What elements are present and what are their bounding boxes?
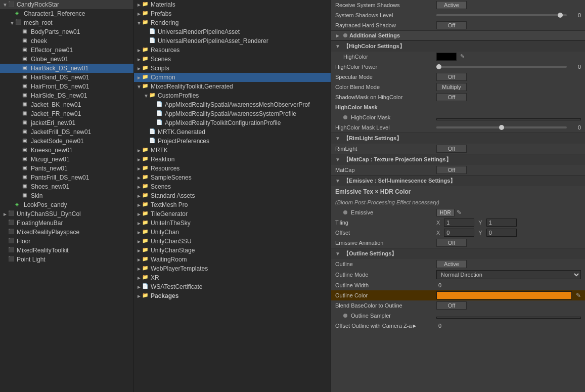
hierarchy-item-floatingmenubar[interactable]: ⬛FloatingMenuBar [0, 219, 133, 228]
outline-color-eyedropper[interactable]: ✎ [576, 292, 581, 299]
hierarchy-item-mixedrealitytoolkit[interactable]: ⬛MixedRealityToolkit [0, 246, 133, 255]
highcolor-settings-header[interactable]: ▼ 【HighColor Settings】 [331, 40, 585, 52]
hierarchy-item-shoes_new01[interactable]: ▣Shoes_new01 [0, 182, 133, 191]
highcolor-power-slider-track[interactable] [436, 66, 567, 68]
outline-btn[interactable]: Active [436, 260, 467, 268]
project-item-24[interactable]: ►📁UniteInTheSky [134, 219, 331, 228]
project-item-21[interactable]: ►📁Standard Assets [134, 191, 331, 200]
project-item-29[interactable]: ►📁WebPlayerTemplates [134, 264, 331, 273]
hierarchy-item-hairback_ds_new01[interactable]: ▣HairBack_DS_new01 [0, 64, 133, 73]
tiling-y-input[interactable] [486, 219, 517, 227]
hierarchy-item-jacketeri_new01[interactable]: ▣jacketEri_new01 [0, 118, 133, 127]
project-item-3[interactable]: 📄UniversalRenderPipelineAsset [134, 27, 331, 36]
hierarchy-item-cheek[interactable]: ▣cheek [0, 36, 133, 46]
hierarchy-item-hairfront_ds_new01[interactable]: ▣HairFront_DS_new01 [0, 82, 133, 91]
hierarchy-item-effector_new01[interactable]: ▣Effector_new01 [0, 46, 133, 55]
emissive-hdr-btn[interactable]: HDR [436, 209, 455, 216]
highcolor-swatch[interactable] [436, 53, 457, 61]
project-item-16[interactable]: ►📁MRTK [134, 146, 331, 155]
project-item-18[interactable]: ►📁Resources [134, 164, 331, 173]
project-item-25[interactable]: ►📁UnityChan [134, 228, 331, 237]
project-item-7[interactable]: ►📁Scripts [134, 64, 331, 73]
project-item-4[interactable]: 📄UniversalRenderPipelineAsset_Renderer [134, 36, 331, 46]
matcap-settings-header[interactable]: ▼ 【MatCap : Texture Projection Settings】 [331, 154, 585, 165]
project-item-14[interactable]: 📄MRTK.Generated [134, 127, 331, 137]
project-item-5[interactable]: ►📁Resources [134, 46, 331, 55]
outline-mode-select[interactable]: Normal Direction Position Scaling [436, 270, 581, 279]
highcolor-mask-level-slider-handle[interactable] [499, 125, 504, 130]
hierarchy-item-jacketsode_new01[interactable]: ▣JacketSode_new01 [0, 137, 133, 146]
project-item-10[interactable]: ▼📁CustomProfiles [134, 91, 331, 100]
emissive-settings-header[interactable]: ▼ 【Emissive : Self-luminescence Settings… [331, 175, 585, 186]
project-item-26[interactable]: ►📁UnityChanSSU [134, 237, 331, 246]
project-item-32[interactable]: ►📁Packages [134, 291, 331, 300]
matcap-btn[interactable]: Off [436, 166, 467, 174]
color-blend-mode-btn[interactable]: Multiply [436, 83, 467, 91]
hierarchy-item-unitychanSSU_dyncol[interactable]: ►⬛UnityChanSSU_DynCol [0, 209, 133, 219]
project-item-17[interactable]: ►📁Reaktion [134, 155, 331, 164]
system-shadows-slider-handle[interactable] [558, 13, 563, 18]
highcolor-eyedropper[interactable]: ✎ [460, 53, 465, 59]
project-item-30[interactable]: ►📁XR [134, 273, 331, 282]
hierarchy-item-mesh_root[interactable]: ▼⬛mesh_root [0, 18, 133, 27]
project-item-9[interactable]: ▼📁MixedRealityToolkit.Generated [134, 82, 331, 91]
project-item-31[interactable]: ►📄WSATestCertificate [134, 282, 331, 291]
project-item-1[interactable]: ►📁Prefabs [134, 9, 331, 18]
outline-color-swatch[interactable] [436, 291, 572, 299]
hierarchy-item-character1_reference[interactable]: ◈Character1_Reference [0, 9, 133, 18]
hierarchy-item-mizugi_new01[interactable]: ▣Mizugi_new01 [0, 155, 133, 164]
offset-x-input[interactable] [444, 229, 474, 237]
raytraced-hard-shadow-btn[interactable]: Off [436, 21, 467, 29]
project-item-20[interactable]: ►📁Scenes [134, 182, 331, 191]
rimlight-btn[interactable]: Off [436, 145, 467, 153]
project-item-13[interactable]: 📄AppMixedRealityToolkitConfigurationProf… [134, 118, 331, 127]
hierarchy-item-hairside_ds_new01[interactable]: ▣HairSide_DS_new01 [0, 91, 133, 100]
hierarchy-item-floor[interactable]: ⬛Floor [0, 237, 133, 246]
offset-outline-camera-input[interactable] [436, 322, 467, 329]
outline-settings-header[interactable]: ▼ 【Outline Settings】 [331, 248, 585, 259]
rimlight-settings-header[interactable]: ▼ 【RimLight Settings】 [331, 133, 585, 144]
project-item-27[interactable]: ►📁UnityChanStage [134, 246, 331, 255]
offset-y-input[interactable] [486, 229, 517, 237]
project-item-6[interactable]: ►📁Scenes [134, 55, 331, 64]
blend-basecolor-outline-btn[interactable]: Off [436, 301, 467, 310]
hierarchy-item-hairband_ds_new01[interactable]: ▣HairBand_DS_new01 [0, 73, 133, 82]
hierarchy-item-mixedrealityplayspace[interactable]: ⬛MixedRealityPlayspace [0, 228, 133, 237]
highcolor-mask-texture-btn[interactable] [436, 118, 581, 120]
outline-width-input[interactable] [436, 282, 581, 289]
hierarchy-item-candyrockstar[interactable]: ▼⬛CandyRockStar [0, 0, 133, 9]
hierarchy-item-pants_new01[interactable]: ▣Pants_new01 [0, 164, 133, 173]
project-item-12[interactable]: 📄AppMixedRealitySpatialAwarenessSystemPr… [134, 109, 331, 118]
hierarchy-item-jacket_bk_new01[interactable]: ▣Jacket_BK_new01 [0, 100, 133, 109]
hierarchy-item-globe_new01[interactable]: ▣Globe_new01 [0, 55, 133, 64]
highcolor-mask-level-slider-track[interactable] [436, 126, 567, 128]
hierarchy-item-kneeso_new01[interactable]: ▣Kneeso_new01 [0, 146, 133, 155]
highcolor-power-slider-handle[interactable] [436, 64, 441, 69]
project-item-15[interactable]: 📄ProjectPreferences [134, 137, 331, 146]
specular-mode-btn[interactable]: Off [436, 73, 467, 81]
hierarchy-item-jacket_fr_new01[interactable]: ▣Jacket_FR_new01 [0, 109, 133, 118]
hierarchy-tree: ▼⬛CandyRockStar◈Character1_Reference▼⬛me… [0, 0, 133, 264]
outline-sampler-btn[interactable] [436, 317, 581, 319]
hierarchy-item-skin[interactable]: ▣Skin [0, 191, 133, 200]
project-item-8[interactable]: ►📁Common [134, 73, 331, 82]
hierarchy-item-bodyparts_new01[interactable]: ▣BodyParts_new01 [0, 27, 133, 36]
project-item-23[interactable]: ►📁TileGenerator [134, 209, 331, 219]
project-item-22[interactable]: ►📁TextMesh Pro [134, 200, 331, 209]
emissive-animation-btn[interactable]: Off [436, 239, 467, 247]
receive-system-shadows-btn[interactable]: Active [436, 1, 467, 9]
additional-settings-header[interactable]: ► Additional Settings [331, 30, 585, 40]
hierarchy-item-jacketfrill_ds_new01[interactable]: ▣JacketFrill_DS_new01 [0, 127, 133, 137]
project-item-2[interactable]: ▼📁Rendering [134, 18, 331, 27]
hierarchy-item-pointlight[interactable]: ⬛Point Light [0, 255, 133, 264]
project-item-11[interactable]: 📄AppMixedRealitySpatialAwarenessMeshObse… [134, 100, 331, 109]
emissive-eyedropper[interactable]: ✎ [457, 209, 462, 216]
hierarchy-item-pantsfrill_ds_new01[interactable]: ▣PantsFrill_DS_new01 [0, 173, 133, 182]
project-item-0[interactable]: ►📁Materials [134, 0, 331, 9]
hierarchy-item-lookpos_candy[interactable]: ◈LookPos_candy [0, 200, 133, 209]
project-item-19[interactable]: ►📁SampleScenes [134, 173, 331, 182]
project-item-28[interactable]: ►📁WaitingRoom [134, 255, 331, 264]
system-shadows-slider-track[interactable] [436, 14, 567, 16]
shadowmask-on-highcolor-btn[interactable]: Off [436, 93, 467, 101]
tiling-x-input[interactable] [444, 219, 474, 227]
